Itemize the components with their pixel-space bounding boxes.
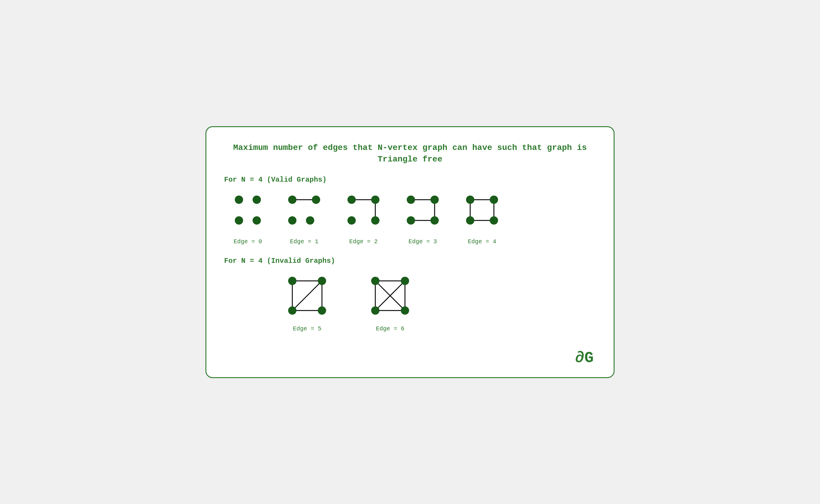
svg-point-37 <box>288 306 296 315</box>
svg-point-35 <box>288 277 296 285</box>
graph-edge1: Edge = 1 <box>283 191 325 245</box>
graph-edge1-svg <box>283 191 325 232</box>
svg-line-34 <box>292 281 322 311</box>
svg-point-46 <box>401 277 409 285</box>
svg-point-19 <box>431 196 439 204</box>
graph-edge4-svg <box>461 191 503 232</box>
svg-point-13 <box>347 216 356 225</box>
svg-point-28 <box>466 216 474 225</box>
svg-point-26 <box>466 196 474 204</box>
graph-edge4: Edge = 4 <box>461 191 503 245</box>
label-edge0: Edge = 0 <box>234 238 262 245</box>
main-card: Maximum number of edges that N-vertex gr… <box>205 126 615 378</box>
valid-graphs-row: Edge = 0 Edge = 1 <box>224 191 596 245</box>
svg-point-3 <box>252 216 261 225</box>
page-title: Maximum number of edges that N-vertex gr… <box>224 142 596 165</box>
graph-edge0: Edge = 0 <box>230 191 266 245</box>
label-edge6: Edge = 6 <box>376 325 404 332</box>
valid-section: For N = 4 (Valid Graphs) Edge = 0 <box>224 176 596 245</box>
graph-edge2-svg <box>343 191 384 232</box>
graph-edge3: Edge = 3 <box>402 191 444 245</box>
svg-point-29 <box>490 216 498 225</box>
svg-point-47 <box>371 306 379 315</box>
label-edge3: Edge = 3 <box>408 238 437 245</box>
graph-edge5-svg <box>283 272 331 319</box>
svg-point-20 <box>407 216 415 225</box>
graph-edge2: Edge = 2 <box>343 191 384 245</box>
graph-edge5: Edge = 5 <box>283 272 331 332</box>
svg-point-8 <box>306 216 314 225</box>
svg-point-38 <box>318 306 326 315</box>
graph-edge3-svg <box>402 191 444 232</box>
svg-point-1 <box>252 196 261 204</box>
svg-point-48 <box>401 306 409 315</box>
svg-point-27 <box>490 196 498 204</box>
graph-edge6: Edge = 6 <box>366 272 414 332</box>
svg-point-2 <box>235 216 243 225</box>
svg-point-12 <box>371 196 379 204</box>
graph-edge6-svg <box>366 272 414 319</box>
label-edge4: Edge = 4 <box>468 238 496 245</box>
invalid-section: For N = 4 (Invalid Graphs) Edge = <box>224 257 596 332</box>
geeksforgeeks-logo: ∂G <box>575 347 599 368</box>
graph-edge0-svg <box>230 191 266 232</box>
svg-point-7 <box>288 216 296 225</box>
svg-point-18 <box>407 196 415 204</box>
svg-point-14 <box>371 216 379 225</box>
svg-point-11 <box>347 196 356 204</box>
svg-text:∂G: ∂G <box>575 349 594 367</box>
invalid-section-title: For N = 4 (Invalid Graphs) <box>224 257 596 265</box>
label-edge1: Edge = 1 <box>290 238 318 245</box>
title-line1: Maximum number of edges that N-vertex gr… <box>233 143 587 152</box>
invalid-graphs-row: Edge = 5 Edge = 6 <box>224 272 596 332</box>
logo-svg: ∂G <box>575 347 599 364</box>
label-edge5: Edge = 5 <box>293 325 321 332</box>
svg-point-45 <box>371 277 379 285</box>
valid-section-title: For N = 4 (Valid Graphs) <box>224 176 596 184</box>
svg-point-5 <box>288 196 296 204</box>
label-edge2: Edge = 2 <box>349 238 378 245</box>
svg-point-36 <box>318 277 326 285</box>
svg-point-21 <box>431 216 439 225</box>
svg-point-0 <box>235 196 243 204</box>
title-line2: Triangle free <box>378 155 442 164</box>
svg-point-6 <box>312 196 320 204</box>
